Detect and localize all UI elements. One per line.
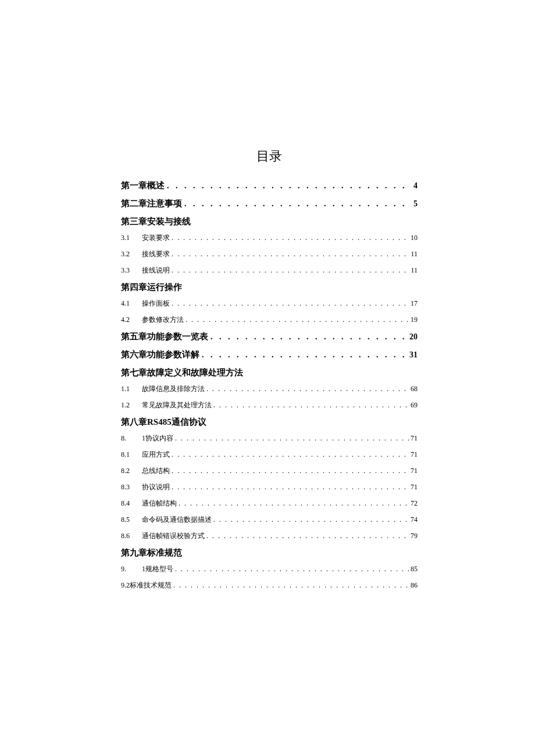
toc-label: 1协议内容: [142, 433, 173, 443]
toc-label: 协议说明: [142, 482, 170, 492]
toc-page: 10: [411, 234, 418, 242]
toc-page: 79: [411, 532, 418, 540]
toc-page: 4: [413, 181, 418, 191]
toc-label: 第六章功能参数详解: [121, 349, 199, 360]
toc-label: 通信帧错误校验方式: [142, 531, 205, 541]
toc-sub-number: 8.4: [121, 499, 142, 508]
toc-label: 1规格型号: [142, 564, 173, 574]
toc-label: 第八章RS485通信协议: [121, 417, 206, 427]
toc-label: 第二章注意事项: [121, 198, 182, 209]
toc-dots: . . . . . . . . . . . . . . . . . . . . …: [184, 199, 411, 209]
toc-label: 常见故障及其处理方法: [142, 400, 212, 410]
toc-label: 接线说明: [142, 266, 170, 275]
toc-sub-entry: 8.4通信帧结构. . . . . . . . . . . . . . . . …: [121, 499, 418, 508]
toc-dots: . . . . . . . . . . . . . . . . . . . . …: [172, 450, 409, 459]
toc-sub-entry: 9.1规格型号. . . . . . . . . . . . . . . . .…: [121, 564, 418, 574]
toc-sub-entry: 8.2总线结构. . . . . . . . . . . . . . . . .…: [121, 466, 418, 476]
toc-label: 第五章功能参数一览表: [121, 331, 208, 342]
toc-label: 总线结构: [142, 466, 170, 476]
toc-chapter-entry: 第六章功能参数详解. . . . . . . . . . . . . . . .…: [121, 349, 418, 360]
toc-page: 69: [411, 401, 418, 410]
toc-page: 31: [409, 350, 418, 360]
toc-label: 第四章运行操作: [121, 282, 182, 292]
toc-dots: . . . . . . . . . . . . . . . . . . . . …: [213, 515, 409, 524]
toc-label: 第三章安装与接线: [121, 217, 191, 226]
toc-page: 71: [411, 450, 418, 459]
toc-sub-entry: 3.3接线说明. . . . . . . . . . . . . . . . .…: [121, 266, 418, 275]
toc-page: 72: [411, 499, 418, 508]
toc-dots: . . . . . . . . . . . . . . . . . . . . …: [172, 266, 409, 275]
toc-page: 74: [411, 515, 418, 524]
toc-sub-entry: 4.2参数修改方法. . . . . . . . . . . . . . . .…: [121, 315, 418, 325]
toc-flat-entry: 9.2标准技术规范. . . . . . . . . . . . . . . .…: [121, 581, 418, 590]
toc-page: 68: [411, 385, 418, 393]
toc-page: 71: [411, 483, 418, 492]
toc-label: 通信帧结构: [142, 499, 177, 508]
toc-label: 安装要求: [142, 233, 170, 243]
toc-page: 71: [411, 467, 418, 475]
toc-sub-number: 9.: [121, 565, 142, 574]
toc-sub-number: 8.: [121, 434, 142, 443]
toc-page: 5: [413, 199, 418, 209]
toc-chapter-heading: 第七章故障定义和故障处理方法: [121, 367, 418, 378]
toc-label: 故障信息及排除方法: [142, 384, 205, 394]
toc-page: 19: [411, 316, 418, 324]
toc-sub-number: 8.1: [121, 450, 142, 459]
toc-sub-number: 1.2: [121, 401, 142, 410]
toc-label: 应用方式: [142, 450, 170, 460]
toc-page: 17: [411, 299, 418, 308]
toc-dots: . . . . . . . . . . . . . . . . . . . . …: [202, 350, 407, 360]
toc-chapter-heading: 第四章运行操作: [121, 282, 418, 293]
toc-page: 86: [411, 581, 418, 590]
toc-label: 9.2标准技术规范: [121, 581, 172, 590]
toc-dots: . . . . . . . . . . . . . . . . . . . . …: [175, 434, 409, 443]
toc-dots: . . . . . . . . . . . . . . . . . . . . …: [172, 234, 409, 242]
toc-dots: . . . . . . . . . . . . . . . . . . . . …: [206, 385, 409, 393]
toc-container: 目录 第一章概述. . . . . . . . . . . . . . . . …: [121, 148, 418, 597]
toc-label: 第一章概述: [121, 180, 165, 191]
toc-chapter-heading: 第三章安装与接线: [121, 216, 418, 227]
toc-chapter-entry: 第一章概述. . . . . . . . . . . . . . . . . .…: [121, 180, 418, 191]
toc-label: 第七章故障定义和故障处理方法: [121, 368, 243, 377]
toc-sub-entry: 3.2接线要求. . . . . . . . . . . . . . . . .…: [121, 249, 418, 259]
toc-dots: . . . . . . . . . . . . . . . . . . . . …: [172, 299, 409, 308]
toc-sub-entry: 8.3协议说明. . . . . . . . . . . . . . . . .…: [121, 482, 418, 492]
toc-sub-entry: 8.5命令码及通信数据描述. . . . . . . . . . . . . .…: [121, 515, 418, 525]
toc-body: 第一章概述. . . . . . . . . . . . . . . . . .…: [121, 180, 418, 590]
toc-label: 命令码及通信数据描述: [142, 515, 212, 525]
toc-sub-entry: 1.1故障信息及排除方法. . . . . . . . . . . . . . …: [121, 384, 418, 394]
toc-title: 目录: [121, 148, 418, 165]
toc-dots: . . . . . . . . . . . . . . . . . . . . …: [206, 532, 409, 540]
toc-sub-number: 4.2: [121, 316, 142, 324]
toc-sub-entry: 4.1操作面板. . . . . . . . . . . . . . . . .…: [121, 299, 418, 309]
toc-dots: . . . . . . . . . . . . . . . . . . . . …: [186, 316, 409, 324]
toc-sub-entry: 3.1安装要求. . . . . . . . . . . . . . . . .…: [121, 233, 418, 243]
toc-dots: . . . . . . . . . . . . . . . . . . . . …: [179, 499, 409, 508]
toc-dots: . . . . . . . . . . . . . . . . . . . . …: [167, 181, 411, 191]
toc-dots: . . . . . . . . . . . . . . . . . . . . …: [175, 565, 409, 574]
toc-page: 11: [411, 250, 418, 259]
toc-sub-number: 8.5: [121, 515, 142, 524]
toc-page: 11: [411, 266, 418, 275]
toc-sub-entry: 8.1应用方式. . . . . . . . . . . . . . . . .…: [121, 450, 418, 460]
toc-label: 参数修改方法: [142, 315, 184, 325]
toc-sub-number: 3.3: [121, 266, 142, 275]
toc-chapter-heading: 第九章标准规范: [121, 547, 418, 558]
toc-sub-entry: 8.6通信帧错误校验方式. . . . . . . . . . . . . . …: [121, 531, 418, 541]
toc-sub-number: 3.1: [121, 234, 142, 242]
toc-sub-number: 3.2: [121, 250, 142, 259]
toc-label: 第九章标准规范: [121, 548, 182, 557]
toc-sub-number: 8.6: [121, 532, 142, 540]
toc-label: 接线要求: [142, 249, 170, 259]
toc-sub-number: 4.1: [121, 299, 142, 308]
toc-dots: . . . . . . . . . . . . . . . . . . . . …: [213, 401, 409, 410]
toc-dots: . . . . . . . . . . . . . . . . . . . . …: [172, 250, 409, 259]
toc-chapter-entry: 第二章注意事项. . . . . . . . . . . . . . . . .…: [121, 198, 418, 209]
toc-sub-number: 1.1: [121, 385, 142, 393]
toc-dots: . . . . . . . . . . . . . . . . . . . . …: [172, 467, 409, 475]
toc-chapter-entry: 第五章功能参数一览表. . . . . . . . . . . . . . . …: [121, 331, 418, 342]
toc-sub-number: 8.2: [121, 467, 142, 475]
toc-chapter-heading: 第八章RS485通信协议: [121, 417, 418, 428]
toc-sub-number: 8.3: [121, 483, 142, 492]
toc-page: 20: [409, 332, 418, 342]
